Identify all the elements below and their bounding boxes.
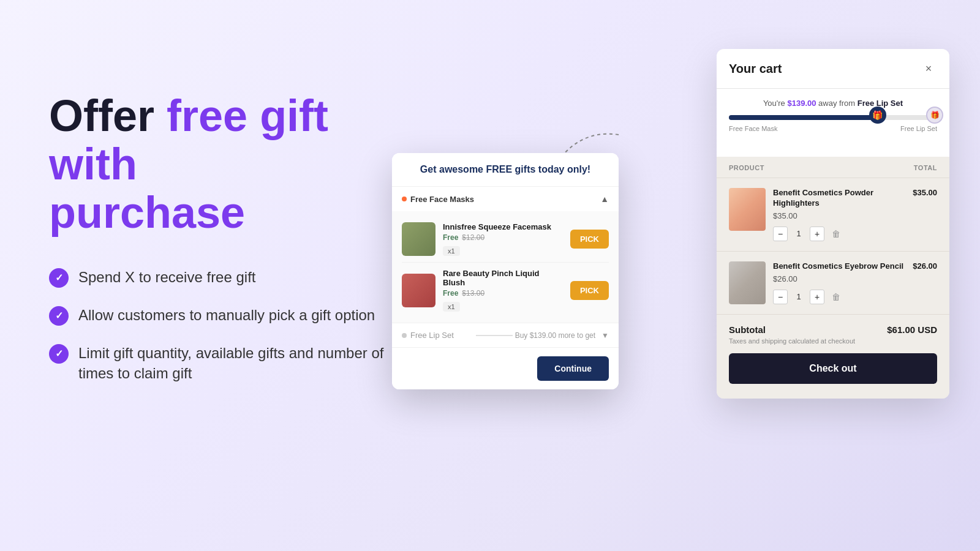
gift-original-price-1: $12.00 xyxy=(462,233,484,242)
progress-label-face-mask: Free Face Mask xyxy=(729,125,777,132)
locked-dot xyxy=(402,333,407,338)
qty-value-2: 1 xyxy=(793,292,805,301)
progress-bar-container: 🎁 🎁 xyxy=(729,115,937,120)
gift-free-label-1: Free xyxy=(443,233,458,242)
gift-qty-1: x1 xyxy=(443,246,460,256)
check-icon-2 xyxy=(49,306,69,326)
continue-button[interactable]: Continue xyxy=(537,356,609,381)
feature-item-2: Allow customers to manually pick a gift … xyxy=(49,305,404,326)
gift-product-2: Rare Beauty Pinch Liquid Blush Free $13.… xyxy=(402,263,609,318)
feature-item-3: Limit gift quantity, available gifts and… xyxy=(49,343,404,384)
feature-text-1: Spend X to receive free gift xyxy=(78,267,256,288)
cart-item-2-total: $26.00 xyxy=(913,261,937,304)
product-img-highlighter xyxy=(729,188,766,231)
cart-header: Your cart × xyxy=(717,49,949,89)
qty-decrease-1[interactable]: − xyxy=(773,227,788,241)
gift-section-1-label: Free Face Masks xyxy=(410,195,474,204)
chevron-down-icon: ▼ xyxy=(601,331,609,340)
gift-popup-title: Get awesome FREE gifts today only! xyxy=(404,164,606,175)
gift-original-price-2: $13.00 xyxy=(462,289,484,298)
table-header-product: PRODUCT xyxy=(729,164,764,171)
gift-img-facemask xyxy=(402,222,435,256)
gift-popup-header: Get awesome FREE gifts today only! xyxy=(392,153,619,187)
feature-text-3: Limit gift quantity, available gifts and… xyxy=(78,343,404,384)
gift-items-section1: Innisfree Squeeze Facemask Free $12.00 x… xyxy=(392,211,619,323)
close-button[interactable]: × xyxy=(920,60,937,77)
progress-icon-lip-set: 🎁 xyxy=(926,107,943,124)
cart-table-header: PRODUCT TOTAL xyxy=(717,158,949,178)
tax-note: Taxes and shipping calculated at checkou… xyxy=(729,337,937,345)
cart-items-section: PRODUCT TOTAL Benefit Cosmetics Powder H… xyxy=(717,158,949,315)
cart-item-1-price: $35.00 xyxy=(773,211,905,220)
subtotal-value: $61.00 USD xyxy=(887,324,937,335)
progress-amount-value: $139.00 xyxy=(787,99,816,108)
check-icon-3 xyxy=(49,344,69,364)
gift-product-1-image xyxy=(402,222,435,256)
cart-item-1: Benefit Cosmetics Powder Highlighters $3… xyxy=(717,178,949,252)
table-header-total: TOTAL xyxy=(914,164,937,171)
gift-section-2-header[interactable]: Free Lip Set Buy $139.00 more to get ▼ xyxy=(392,323,619,347)
progress-text: You're $139.00 away from Free Lip Set xyxy=(729,99,937,108)
cart-item-1-total: $35.00 xyxy=(913,188,937,241)
pick-button-1[interactable]: PICK xyxy=(570,230,609,249)
progress-label-lip-set: Free Lip Set xyxy=(900,125,937,132)
progress-icon-face-mask: 🎁 xyxy=(869,107,886,124)
cart-item-2: Benefit Cosmetics Eyebrow Pencil $26.00 … xyxy=(717,252,949,315)
cart-progress-section: You're $139.00 away from Free Lip Set 🎁 … xyxy=(717,89,949,157)
cart-panel: Your cart × You're $139.00 away from Fre… xyxy=(717,49,949,399)
qty-decrease-2[interactable]: − xyxy=(773,290,788,304)
gift-section-1-header[interactable]: Free Face Masks ▲ xyxy=(392,187,619,211)
chevron-up-icon: ▲ xyxy=(600,194,609,204)
progress-bar-wrapper: 🎁 🎁 Free Face Mask Free Lip Set xyxy=(729,115,937,144)
progress-bar-fill: 🎁 xyxy=(729,115,879,120)
check-icon-1 xyxy=(49,268,69,288)
gift-product-2-image xyxy=(402,274,435,307)
cart-item-1-controls: − 1 + 🗑 xyxy=(773,227,905,241)
gift-product-2-name: Rare Beauty Pinch Liquid Blush xyxy=(443,269,563,287)
gift-section-face-masks: Free Face Masks ▲ Innisfree Squeeze Face… xyxy=(392,187,619,323)
feature-text-2: Allow customers to manually pick a gift … xyxy=(78,305,375,326)
gift-img-blush xyxy=(402,274,435,307)
progress-icons-row: Free Face Mask Free Lip Set xyxy=(729,125,937,132)
gift-popup: Get awesome FREE gifts today only! Free … xyxy=(392,153,619,389)
pick-button-2[interactable]: PICK xyxy=(570,281,609,300)
left-content: Offer free gift withpurchase Spend X to … xyxy=(49,92,404,384)
cart-item-1-image xyxy=(729,188,766,231)
cart-item-1-details: Benefit Cosmetics Powder Highlighters $3… xyxy=(773,188,905,241)
gift-product-2-info: Rare Beauty Pinch Liquid Blush Free $13.… xyxy=(443,269,563,312)
cart-item-1-name: Benefit Cosmetics Powder Highlighters xyxy=(773,188,905,209)
progress-mid: away from xyxy=(818,99,858,108)
gift-section-lip-set: Free Lip Set Buy $139.00 more to get ▼ xyxy=(392,323,619,348)
qty-increase-1[interactable]: + xyxy=(810,227,824,241)
gift-qty-2: x1 xyxy=(443,302,460,312)
qty-value-1: 1 xyxy=(793,229,805,238)
checkout-button[interactable]: Check out xyxy=(729,353,937,384)
cart-item-2-price: $26.00 xyxy=(773,274,905,283)
cart-title: Your cart xyxy=(729,62,782,76)
cart-item-2-controls: − 1 + 🗑 xyxy=(773,290,905,304)
cart-item-2-name: Benefit Cosmetics Eyebrow Pencil xyxy=(773,261,905,272)
locked-progress-line xyxy=(476,335,513,336)
gift-product-1-name: Innisfree Squeeze Facemask xyxy=(443,222,563,231)
cart-item-2-details: Benefit Cosmetics Eyebrow Pencil $26.00 … xyxy=(773,261,905,304)
gift-product-2-pricing: Free $13.00 xyxy=(443,289,563,298)
qty-increase-2[interactable]: + xyxy=(810,290,824,304)
subtotal-label: Subtotal xyxy=(729,324,766,335)
progress-prefix: You're xyxy=(763,99,785,108)
features-list: Spend X to receive free gift Allow custo… xyxy=(49,267,404,384)
gift-product-1: Innisfree Squeeze Facemask Free $12.00 x… xyxy=(402,216,609,263)
delete-item-2[interactable]: 🗑 xyxy=(832,292,840,302)
delete-item-1[interactable]: 🗑 xyxy=(832,229,840,239)
subtotal-row: Subtotal $61.00 USD xyxy=(729,324,937,335)
gift-popup-body: Free Face Masks ▲ Innisfree Squeeze Face… xyxy=(392,187,619,348)
feature-item-1: Spend X to receive free gift xyxy=(49,267,404,288)
main-heading: Offer free gift withpurchase xyxy=(49,92,404,238)
product-img-eyebrow xyxy=(729,261,766,304)
gift-product-1-pricing: Free $12.00 xyxy=(443,233,563,242)
cart-subtotal-section: Subtotal $61.00 USD Taxes and shipping c… xyxy=(717,315,949,399)
locked-progress-text: Buy $139.00 more to get xyxy=(515,331,595,340)
gift-free-label-2: Free xyxy=(443,289,458,298)
gift-section-1-title: Free Face Masks xyxy=(402,195,474,204)
locked-progress: Buy $139.00 more to get ▼ xyxy=(476,331,609,340)
gift-product-1-info: Innisfree Squeeze Facemask Free $12.00 x… xyxy=(443,222,563,256)
